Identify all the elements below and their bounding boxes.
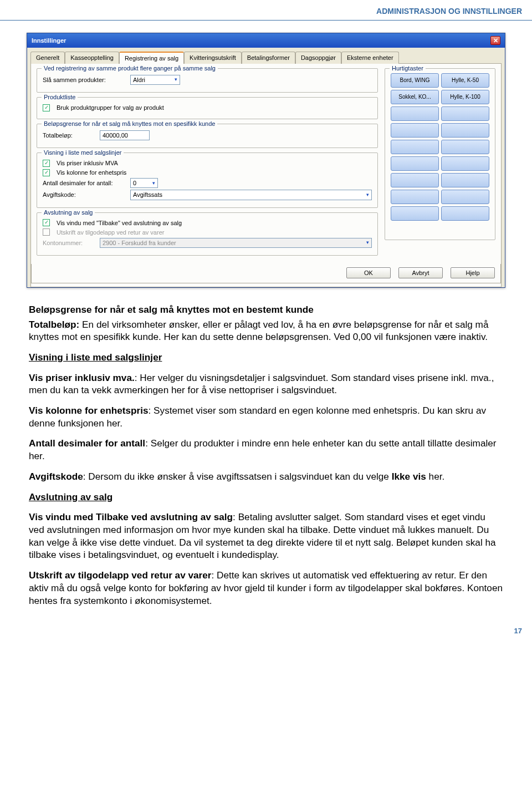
document-body: Beløpsgrense for når et salg må knyttes … — [29, 303, 503, 607]
total-input[interactable]: 40000,00 — [100, 130, 150, 140]
hotkey-button[interactable] — [441, 123, 489, 138]
tab-strip: Generelt Kasseopptelling Registrering av… — [27, 48, 505, 63]
tab-dagsoppgjor[interactable]: Dagsoppgjør — [295, 52, 341, 64]
total-label: Totalbeløp: — [43, 131, 95, 139]
hotkey-button[interactable] — [441, 140, 489, 154]
decimals-select[interactable]: 0▾ — [130, 178, 158, 188]
settings-screenshot: Innstillinger ✕ Generelt Kasseopptelling… — [27, 33, 505, 288]
hotkey-button[interactable] — [441, 190, 489, 204]
group-merge-products: Ved registrering av samme produkt flere … — [37, 68, 378, 93]
left-column: Ved registrering av samme produkt flere … — [37, 68, 378, 260]
taxcode-select[interactable]: Avgiftssats▾ — [130, 190, 372, 200]
group-legend: Ved registrering av samme produkt flere … — [42, 64, 218, 72]
checkbox-label: Vis kolonne for enhetspris — [57, 169, 126, 176]
group-sale-close: Avslutning av salg ✓Vis vindu med "Tilba… — [37, 212, 378, 256]
merge-select[interactable]: Aldri▾ — [130, 75, 180, 85]
checkbox-label: Vis priser inklusiv MVA — [57, 159, 118, 167]
heading-sale-close: Avslutning av salg — [29, 491, 503, 504]
hotkey-button[interactable] — [391, 123, 439, 138]
hotkey-button[interactable] — [441, 106, 489, 121]
hotkey-button[interactable]: Hylle, K-50 — [441, 73, 489, 88]
account-label: Kontonummer: — [43, 239, 95, 247]
taxcode-label: Avgiftskode: — [43, 191, 126, 199]
paragraph: Utskrift av tilgodelapp ved retur av var… — [29, 569, 503, 607]
window-title: Innstillinger — [32, 37, 66, 44]
paragraph: Totalbeløp: En del virksomheter ønsker, … — [29, 318, 503, 343]
hotkey-button[interactable]: Hylle, K-100 — [441, 90, 489, 104]
checkbox-prices-mva[interactable]: ✓ — [43, 160, 50, 167]
checkbox-label: Bruk produktgrupper for valg av produkt — [57, 104, 164, 111]
paragraph: Avgiftskode: Dersom du ikke ønsker å vis… — [29, 470, 503, 483]
hotkey-grid: Bord, WING Hylle, K-50 Sokkel, KO... Hyl… — [391, 73, 489, 221]
tab-kvittering[interactable]: Kvitteringsutskrift — [184, 52, 242, 64]
group-legend: Hurtigtaster — [390, 64, 426, 72]
right-column: Hurtigtaster Bord, WING Hylle, K-50 Sokk… — [385, 68, 495, 260]
hotkey-button[interactable]: Sokkel, KO... — [391, 90, 439, 104]
paragraph: Vis priser inklusiv mva.: Her velger du … — [29, 372, 503, 397]
group-legend: Visning i liste med salgslinjer — [42, 149, 124, 156]
settings-window: Innstillinger ✕ Generelt Kasseopptelling… — [27, 33, 505, 288]
paragraph: Antall desimaler for antall: Selger du p… — [29, 437, 503, 462]
checkbox-productgroups[interactable]: ✓ — [43, 104, 50, 111]
tab-betalingsformer[interactable]: Betalingsformer — [242, 52, 295, 64]
group-hotkeys: Hurtigtaster Bord, WING Hylle, K-50 Sokk… — [385, 68, 495, 240]
help-button[interactable]: Hjelp — [451, 267, 495, 278]
hotkey-button[interactable] — [391, 140, 439, 154]
chevron-down-icon: ▾ — [366, 240, 369, 246]
group-productlist: Produktliste ✓ Bruk produktgrupper for v… — [37, 97, 378, 119]
group-saleslines: Visning i liste med salgslinjer ✓Vis pri… — [37, 153, 378, 207]
decimals-label: Antall desimaler for antall: — [43, 179, 126, 187]
cancel-button[interactable]: Avbryt — [398, 267, 443, 278]
hotkey-button[interactable] — [391, 106, 439, 121]
checkbox-creditnote-print[interactable]: ✓ — [43, 228, 50, 236]
hotkey-button[interactable] — [391, 173, 439, 187]
tab-kasseopptelling[interactable]: Kasseopptelling — [65, 52, 119, 64]
heading-amount-limit: Beløpsgrense for når et salg må knyttes … — [29, 303, 503, 316]
group-legend: Produktliste — [42, 93, 78, 101]
tab-eksterne[interactable]: Eksterne enheter — [341, 52, 399, 64]
group-amount-limit: Beløpsgrense for når et salg må knyttes … — [37, 124, 378, 148]
tab-panel: Ved registrering av samme produkt flere … — [30, 63, 502, 287]
paragraph: Vis kolonne for enhetspris: Systemet vis… — [29, 404, 503, 429]
paragraph: Vis vindu med Tilbake ved avslutning av … — [29, 511, 503, 561]
hotkey-button[interactable] — [391, 156, 439, 171]
chevron-down-icon: ▾ — [366, 192, 369, 199]
checkbox-unitprice-col[interactable]: ✓ — [43, 169, 50, 176]
hotkey-button[interactable]: Bord, WING — [391, 73, 439, 88]
page-header: ADMINISTRASJON OG INNSTILLINGER — [0, 0, 532, 21]
hotkey-button[interactable] — [441, 206, 489, 221]
tab-registrering[interactable]: Registrering av salg — [119, 52, 184, 64]
chevron-down-icon: ▾ — [152, 180, 155, 187]
checkbox-show-back-window[interactable]: ✓ — [43, 219, 50, 226]
chevron-down-icon: ▾ — [175, 77, 177, 83]
hotkey-button[interactable] — [391, 206, 439, 221]
hotkey-button[interactable] — [391, 190, 439, 204]
group-legend: Avslutning av salg — [42, 209, 95, 216]
checkbox-label: Utskrift av tilgodelapp ved retur av var… — [57, 228, 164, 236]
hotkey-button[interactable] — [441, 173, 489, 187]
window-titlebar: Innstillinger ✕ — [27, 33, 505, 48]
hotkey-button[interactable] — [441, 156, 489, 171]
close-icon[interactable]: ✕ — [490, 36, 500, 45]
checkbox-label: Vis vindu med "Tilbake" ved avslutning a… — [57, 219, 182, 227]
merge-label: Slå sammen produkter: — [43, 76, 126, 84]
heading-saleslines: Visning i liste med salgslinjer — [29, 351, 503, 364]
account-select: 2900 - Forskudd fra kunder▾ — [100, 238, 372, 248]
page-number: 17 — [0, 627, 522, 636]
ok-button[interactable]: OK — [346, 267, 391, 278]
dialog-buttons: OK Avbryt Hjelp — [31, 264, 501, 283]
group-legend: Beløpsgrense for når et salg må knyttes … — [42, 120, 217, 128]
tab-generelt[interactable]: Generelt — [30, 52, 65, 64]
